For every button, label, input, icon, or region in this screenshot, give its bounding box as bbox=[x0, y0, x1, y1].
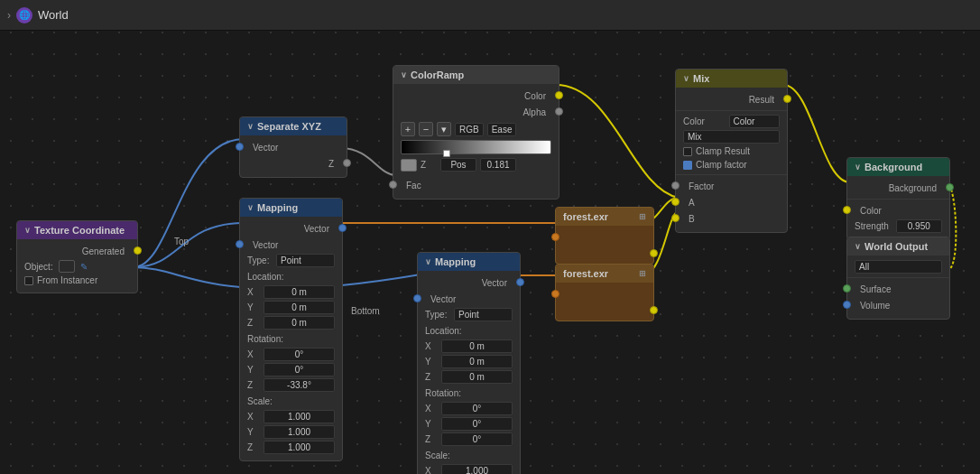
socket-vec-in-exr-top[interactable] bbox=[551, 233, 559, 241]
bg-color-in: Color bbox=[847, 202, 949, 218]
cr-interp-select[interactable]: Ease bbox=[487, 123, 517, 136]
mb-rot-y-val[interactable]: 0° bbox=[441, 417, 513, 431]
node-body-exr-bottom bbox=[556, 283, 653, 321]
socket-surface-in-wo[interactable] bbox=[843, 284, 851, 293]
node-mapping-top[interactable]: ∨ Mapping Vector Vector Type: Point Loca… bbox=[239, 198, 343, 461]
mt-scale-x-val[interactable]: 1.000 bbox=[263, 410, 335, 423]
socket-vector-out-mb[interactable] bbox=[516, 278, 524, 286]
exr-bottom-out bbox=[556, 302, 653, 315]
exr-bottom-vec-in bbox=[556, 286, 653, 302]
socket-fac-in-cr[interactable] bbox=[389, 181, 397, 189]
breadcrumb-chevron[interactable]: › bbox=[7, 9, 11, 22]
mt-scale-z: Z 1.000 bbox=[240, 440, 342, 455]
tc-object-row: Object: ✎ bbox=[17, 259, 137, 274]
world-icon: 🌐 bbox=[16, 7, 32, 23]
collapse-icon-bg[interactable]: ∨ bbox=[855, 163, 861, 172]
node-texture-coordinate[interactable]: ∨ Texture Coordinate Generated Object: ✎… bbox=[16, 220, 138, 293]
socket-result-out-mix[interactable] bbox=[783, 95, 791, 103]
mt-scale-y-val[interactable]: 1.000 bbox=[263, 425, 335, 439]
mix-clamp-factor: Clamp factor bbox=[676, 158, 787, 172]
object-color-swatch[interactable] bbox=[59, 260, 75, 273]
socket-vector-out-mt[interactable] bbox=[338, 224, 347, 232]
mt-rot-z-val[interactable]: -33.8° bbox=[263, 378, 335, 392]
cr-gradient-bar[interactable] bbox=[401, 140, 551, 154]
cr-remove-btn[interactable]: − bbox=[419, 122, 433, 136]
node-body-background: Background Color Strength 0.950 bbox=[847, 176, 949, 239]
node-body-mix: Result Color Color Mix Clamp Result Clam… bbox=[676, 88, 787, 232]
cr-add-btn[interactable]: + bbox=[401, 122, 415, 136]
mix-color-select[interactable]: Color bbox=[729, 115, 781, 128]
mt-loc-x: X 0 m bbox=[240, 284, 342, 300]
socket-b-in-mix[interactable] bbox=[671, 214, 680, 222]
collapse-icon-mb[interactable]: ∨ bbox=[425, 257, 431, 266]
socket-vec-in-exr-bottom[interactable] bbox=[551, 290, 559, 298]
collapse-icon-sxyz[interactable]: ∨ bbox=[247, 122, 254, 131]
node-canvas[interactable]: Top Bottom ∨ Texture Coordinate Generate… bbox=[0, 31, 980, 474]
mb-rot-y: Y 0° bbox=[418, 416, 520, 432]
wo-volume-in: Volume bbox=[847, 297, 949, 313]
socket-generated-out[interactable] bbox=[134, 246, 142, 255]
socket-vector-in-mb[interactable] bbox=[413, 294, 421, 302]
socket-vector-in-sxyz[interactable] bbox=[236, 143, 244, 151]
mt-rot-x-val[interactable]: 0° bbox=[263, 348, 335, 361]
socket-z-out-sxyz[interactable] bbox=[343, 159, 351, 167]
cr-menu-btn[interactable]: ▾ bbox=[437, 122, 451, 136]
node-background[interactable]: ∨ Background Background Color Strength 0… bbox=[846, 157, 950, 240]
bg-strength-val[interactable]: 0.950 bbox=[896, 219, 943, 233]
socket-a-in-mix[interactable] bbox=[671, 198, 680, 206]
cr-rgb-select[interactable]: RGB bbox=[455, 123, 484, 136]
mb-loc-x-val[interactable]: 0 m bbox=[441, 339, 513, 353]
collapse-icon-mt[interactable]: ∨ bbox=[247, 203, 254, 212]
node-separate-xyz[interactable]: ∨ Separate XYZ Vector Z bbox=[239, 116, 347, 178]
bg-strength-row: Strength 0.950 bbox=[847, 218, 949, 234]
socket-out-exr-bottom[interactable] bbox=[650, 306, 658, 314]
cr-color-swatch[interactable] bbox=[401, 159, 417, 172]
from-instancer-checkbox[interactable] bbox=[24, 276, 33, 285]
socket-vector-in-mt[interactable] bbox=[236, 240, 244, 248]
collapse-icon-cr[interactable]: ∨ bbox=[401, 70, 407, 79]
socket-color-out-cr[interactable] bbox=[555, 91, 563, 99]
mix-a-in: A bbox=[676, 194, 787, 210]
cr-pos-value[interactable]: 0.181 bbox=[480, 158, 516, 172]
mb-rot-z: Z 0° bbox=[418, 432, 520, 447]
node-colorramp[interactable]: ∨ ColorRamp Color Alpha + − ▾ RGB Ease bbox=[393, 65, 559, 200]
cr-pos-row: Z Pos 0.181 bbox=[393, 156, 559, 173]
mb-rot-z-val[interactable]: 0° bbox=[441, 432, 513, 446]
object-picker-icon[interactable]: ✎ bbox=[80, 262, 88, 272]
clamp-factor-checkbox[interactable] bbox=[683, 161, 692, 170]
mt-loc-x-val[interactable]: 0 m bbox=[263, 285, 335, 299]
mt-loc-z-val[interactable]: 0 m bbox=[263, 316, 335, 330]
wo-all-select[interactable]: All bbox=[855, 260, 942, 274]
node-forest-exr-bottom[interactable]: forest.exr ⊞ bbox=[555, 264, 654, 321]
socket-factor-in-mix[interactable] bbox=[671, 181, 680, 190]
node-world-output[interactable]: ∨ World Output All Surface Volume bbox=[846, 237, 950, 320]
mb-type-select[interactable]: Point bbox=[454, 308, 513, 321]
socket-color-in-bg[interactable] bbox=[843, 206, 851, 214]
node-mix[interactable]: ∨ Mix Result Color Color Mix Clamp Resul… bbox=[675, 69, 788, 233]
socket-out-exr-top[interactable] bbox=[650, 249, 658, 257]
mb-scale-x-val[interactable]: 1.000 bbox=[441, 464, 513, 474]
mt-loc-y-val[interactable]: 0 m bbox=[263, 301, 335, 314]
mb-rot-x-val[interactable]: 0° bbox=[441, 402, 513, 415]
mt-scale-z-val[interactable]: 1.000 bbox=[263, 441, 335, 454]
socket-background-out[interactable] bbox=[946, 183, 954, 191]
mb-loc-y-val[interactable]: 0 m bbox=[441, 355, 513, 368]
mb-loc-x: X 0 m bbox=[418, 339, 520, 354]
node-forest-exr-top[interactable]: forest.exr ⊞ bbox=[555, 207, 654, 265]
mb-loc-z-val[interactable]: 0 m bbox=[441, 370, 513, 384]
cr-stop-handle[interactable] bbox=[443, 150, 450, 157]
clamp-result-checkbox[interactable] bbox=[683, 147, 692, 156]
node-header-mapping-bottom: ∨ Mapping bbox=[418, 253, 520, 271]
mt-scale-x: X 1.000 bbox=[240, 409, 342, 424]
mt-scale-y: Y 1.000 bbox=[240, 424, 342, 440]
node-mapping-bottom[interactable]: ∨ Mapping Vector Vector Type: Point Loca… bbox=[417, 252, 521, 474]
mix-blend-select[interactable]: Mix bbox=[683, 130, 780, 144]
collapse-icon-wo[interactable]: ∨ bbox=[855, 242, 861, 251]
mt-type-select[interactable]: Point bbox=[276, 254, 335, 267]
socket-volume-in-wo[interactable] bbox=[843, 301, 851, 309]
socket-alpha-out-cr[interactable] bbox=[555, 107, 563, 116]
mt-rot-y-val[interactable]: 0° bbox=[263, 363, 335, 376]
collapse-icon-mix[interactable]: ∨ bbox=[683, 74, 689, 83]
exr-top-out bbox=[556, 246, 653, 258]
collapse-icon[interactable]: ∨ bbox=[24, 226, 31, 235]
